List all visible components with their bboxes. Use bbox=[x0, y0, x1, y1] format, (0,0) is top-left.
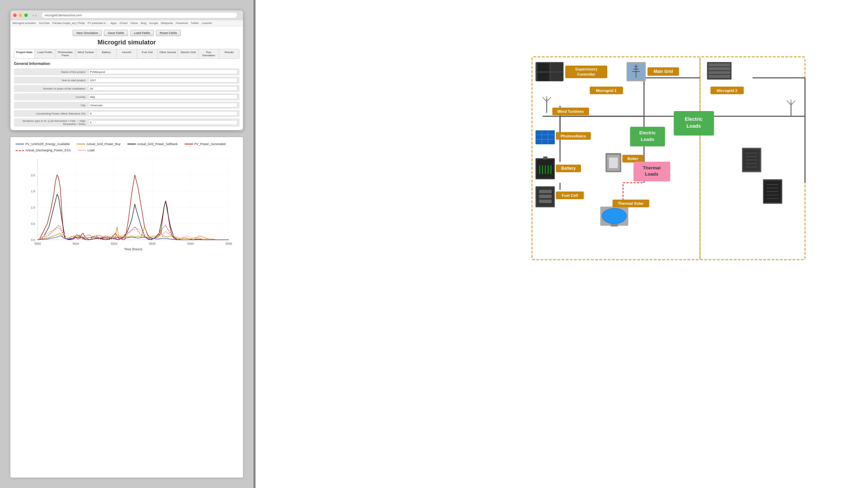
thermal-solar-label: Thermal Solar bbox=[618, 201, 644, 205]
electric-loads-2-line2: Loads bbox=[686, 123, 701, 129]
form-row-country: Country bbox=[14, 93, 240, 100]
supervisory-label2: Controller bbox=[577, 72, 596, 76]
legend-label-grid-buy: Actual_Grid_Power_Buy bbox=[86, 142, 120, 146]
svg-rect-56 bbox=[708, 75, 730, 78]
tab-wind-turbine[interactable]: Wind Turbine bbox=[76, 49, 96, 58]
microgrid1-label: Microgrid 1 bbox=[596, 89, 617, 93]
browser-titlebar: ‹ › microgrid.demarooma.com bbox=[10, 10, 243, 20]
svg-text:5500: 5500 bbox=[34, 242, 41, 245]
pv-label: Photovoltaics bbox=[561, 134, 586, 138]
svg-text:5540: 5540 bbox=[187, 242, 194, 245]
legend-label-grid-sellback: Actual_Grid_Power_Sellback bbox=[137, 142, 178, 146]
input-project-name[interactable] bbox=[88, 69, 237, 74]
form-row-years: Number of years of the Installation bbox=[14, 85, 240, 92]
load-fields-button[interactable]: Load Fields bbox=[130, 30, 154, 36]
bookmark-yahoo[interactable]: Yahoo bbox=[130, 22, 138, 25]
bookmark-youtube[interactable]: YouTube bbox=[39, 22, 50, 25]
bookmark-apps[interactable]: Apps bbox=[110, 22, 117, 25]
tab-battery[interactable]: Battery bbox=[96, 49, 117, 58]
bookmark-facebook[interactable]: Facebook bbox=[176, 22, 188, 25]
svg-rect-45 bbox=[539, 190, 551, 193]
svg-rect-26 bbox=[537, 73, 549, 81]
browser-content: New Simulation Save Fields Load Fields R… bbox=[10, 26, 243, 130]
sim-title: Microgrid simulator bbox=[14, 39, 240, 46]
browser-url-bar[interactable]: microgrid.demarooma.com bbox=[41, 12, 237, 18]
input-iterations[interactable] bbox=[88, 120, 237, 125]
svg-rect-53 bbox=[708, 64, 730, 66]
input-city[interactable] bbox=[88, 103, 237, 108]
bookmark-linkedin[interactable]: LinkedIn bbox=[202, 22, 212, 25]
chart-area: 0.0 0.5 1.0 1.5 2.0 5500 5510 5520 5530 … bbox=[16, 155, 238, 253]
legend-pv-unit-size: PV_UnitSIZE_Energy_Available bbox=[16, 142, 70, 146]
input-country[interactable] bbox=[88, 94, 237, 99]
pv-img bbox=[535, 130, 554, 144]
svg-text:1.0: 1.0 bbox=[31, 206, 35, 209]
bookmark-wikipedia[interactable]: Wikipedia bbox=[161, 22, 173, 25]
sim-toolbar: New Simulation Save Fields Load Fields R… bbox=[14, 30, 240, 36]
tab-project-data[interactable]: Project Data bbox=[14, 49, 35, 58]
bookmark-google[interactable]: Google bbox=[149, 22, 158, 25]
tab-run-simulation[interactable]: Run Simulation bbox=[199, 49, 219, 58]
browser-bookmarks: Microgrid simulator YouTube Pandas Graph… bbox=[10, 20, 243, 26]
tab-results[interactable]: Results bbox=[219, 49, 239, 58]
tab-load-profile[interactable]: Load Profile bbox=[35, 49, 55, 58]
input-tolerance[interactable] bbox=[88, 111, 237, 116]
bookmark-bing[interactable]: Bing bbox=[141, 22, 147, 25]
close-button[interactable] bbox=[13, 14, 17, 17]
left-panel: ‹ › microgrid.demarooma.com Microgrid si… bbox=[0, 0, 253, 488]
bookmark-icloud[interactable]: iCloud bbox=[119, 22, 127, 25]
wind-blade2-left bbox=[547, 97, 551, 102]
tab-fuel-cell[interactable]: Fuel Cell bbox=[137, 49, 158, 58]
svg-text:1.5: 1.5 bbox=[31, 190, 35, 193]
reset-fields-button[interactable]: Reset Fields bbox=[156, 30, 181, 36]
svg-rect-55 bbox=[708, 71, 730, 74]
form-row-year: Year to start project bbox=[14, 77, 240, 84]
svg-rect-37 bbox=[543, 157, 548, 159]
legend-pv-power: PV_Power_Generated bbox=[185, 142, 226, 146]
new-simulation-button[interactable]: New Simulation bbox=[73, 30, 102, 36]
back-button[interactable]: ‹ bbox=[33, 13, 34, 17]
save-fields-button[interactable]: Save Fields bbox=[104, 30, 128, 36]
fuelcell-label: Fuel Cell bbox=[562, 193, 578, 197]
legend-line-pv-power bbox=[185, 144, 193, 144]
bookmark-pv[interactable]: PV potential si... bbox=[87, 22, 108, 25]
form-row-city: City bbox=[14, 102, 240, 109]
tab-inverter[interactable]: Inverter bbox=[117, 49, 137, 58]
thermal-loads-line2: Loads bbox=[645, 171, 659, 177]
electric-loads-1-line2: Loads bbox=[641, 137, 654, 142]
minimize-button[interactable] bbox=[19, 14, 22, 17]
boiler-label: Boiler bbox=[627, 157, 639, 161]
tab-photovoltaic[interactable]: Photovoltaic Panel bbox=[55, 49, 76, 58]
chart-svg: 0.0 0.5 1.0 1.5 2.0 5500 5510 5520 5530 … bbox=[16, 155, 238, 253]
wind-blade2-right bbox=[791, 101, 795, 105]
tab-electric-grid[interactable]: Electric Grid bbox=[178, 49, 199, 58]
svg-text:2.0: 2.0 bbox=[31, 174, 35, 177]
bookmark-microgrid[interactable]: Microgrid simulator bbox=[12, 22, 36, 25]
legend-label-pv-power: PV_Power_Generated bbox=[194, 142, 226, 146]
svg-rect-49 bbox=[609, 158, 618, 168]
svg-rect-54 bbox=[708, 67, 730, 70]
maximize-button[interactable] bbox=[24, 14, 28, 17]
electric-loads-2-line1: Electric bbox=[685, 116, 703, 122]
battery-label: Battery bbox=[561, 166, 576, 171]
forward-button[interactable]: › bbox=[35, 13, 37, 17]
form-row-iterations: Iterations type in %: (Low Resolution / … bbox=[14, 118, 240, 127]
svg-text:0.5: 0.5 bbox=[31, 222, 35, 226]
wind-blade1-left bbox=[543, 97, 547, 102]
tab-other-genset[interactable]: Other Genset bbox=[158, 49, 178, 58]
input-years[interactable] bbox=[88, 86, 237, 91]
svg-rect-27 bbox=[551, 73, 563, 81]
form-row-project-name: Name of the project bbox=[14, 68, 240, 75]
input-year[interactable] bbox=[88, 78, 237, 83]
chart-legend: PV_UnitSIZE_Energy_Available Actual_Grid… bbox=[16, 142, 238, 152]
browser-window: ‹ › microgrid.demarooma.com Microgrid si… bbox=[10, 10, 243, 130]
label-city: City bbox=[16, 104, 85, 107]
thermal-loads-line1: Thermal bbox=[643, 165, 661, 170]
legend-line-pv-unit-size bbox=[16, 144, 24, 144]
right-panel: Supervisory Controller Main Grid Microgr… bbox=[256, 0, 868, 488]
url-text: microgrid.demarooma.com bbox=[44, 14, 82, 17]
electric-loads-1-line1: Electric bbox=[639, 130, 656, 135]
chart-section: PV_UnitSIZE_Energy_Available Actual_Grid… bbox=[10, 137, 243, 478]
bookmark-twitter[interactable]: Twitter bbox=[191, 22, 199, 25]
bookmark-pandas[interactable]: Pandas Graph_ary | Plotly bbox=[52, 22, 85, 25]
